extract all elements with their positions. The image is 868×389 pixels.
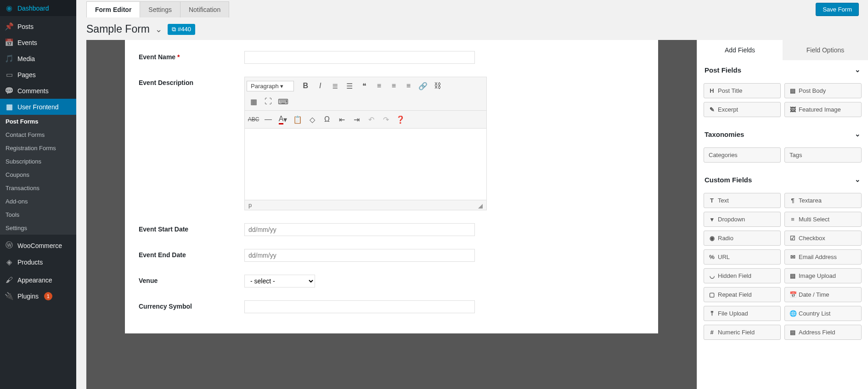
align-left-icon[interactable]: ≡: [372, 79, 386, 93]
save-form-button[interactable]: Save Form: [816, 3, 859, 16]
rte-content-area[interactable]: [245, 129, 486, 200]
align-center-icon[interactable]: ≡: [387, 79, 400, 93]
field-repeat[interactable]: ▢Repeat Field: [704, 287, 781, 302]
input-end-date[interactable]: [244, 249, 475, 262]
field-categories[interactable]: Categories: [704, 147, 781, 163]
field-file-upload[interactable]: ⤒File Upload: [704, 306, 781, 321]
field-tags[interactable]: Tags: [784, 147, 862, 163]
submenu-contact-forms[interactable]: Contact Forms: [0, 128, 76, 141]
strikethrough-icon[interactable]: ABC: [247, 113, 260, 126]
toolbar-toggle-icon[interactable]: ▦: [247, 95, 260, 108]
label-event-description: Event Description: [139, 77, 244, 86]
field-checkbox[interactable]: ☑Checkbox: [784, 231, 862, 246]
paste-text-icon[interactable]: 📋: [291, 113, 304, 126]
image-icon: 🖼: [789, 106, 796, 113]
submenu-tools[interactable]: Tools: [0, 208, 76, 221]
clear-formatting-icon[interactable]: ◇: [305, 113, 319, 126]
text-color-icon[interactable]: A▾: [276, 113, 290, 126]
section-taxonomies[interactable]: Taxonomies⌄: [697, 124, 868, 144]
field-date-time[interactable]: 📅Date / Time: [784, 287, 862, 302]
form-id-badge[interactable]: ⧉#440: [168, 24, 195, 35]
chevron-down-icon[interactable]: ⌄: [155, 24, 162, 34]
input-start-date[interactable]: [244, 223, 475, 236]
field-featured-image[interactable]: 🖼Featured Image: [784, 102, 862, 117]
help-icon[interactable]: ❓: [394, 113, 407, 126]
numbered-list-icon[interactable]: ☰: [343, 79, 356, 93]
field-excerpt[interactable]: ✎Excerpt: [704, 102, 781, 117]
resize-handle-icon[interactable]: [478, 204, 483, 209]
main-area: Form Editor Settings Notification Save F…: [76, 0, 868, 389]
redo-icon[interactable]: ↷: [379, 113, 393, 126]
dashboard-icon: ◉: [5, 4, 14, 12]
bullet-list-icon[interactable]: ≣: [328, 79, 342, 93]
field-textarea[interactable]: ¶Textarea: [784, 193, 862, 208]
input-event-name[interactable]: [244, 51, 475, 64]
label-start-date: Event Start Date: [139, 223, 244, 233]
sidebar-item-plugins[interactable]: 🔌Plugins1: [0, 288, 76, 304]
submenu-transactions[interactable]: Transactions: [0, 181, 76, 195]
form-canvas-scroll[interactable]: Event Name * Event Description Paragraph…: [86, 40, 697, 389]
sidebar-item-user-frontend[interactable]: ▦User Frontend: [0, 99, 76, 115]
field-email[interactable]: ✉Email Address: [784, 249, 862, 265]
outdent-icon[interactable]: ⇤: [335, 113, 349, 126]
field-url[interactable]: %URL: [704, 249, 781, 265]
form-header: Sample Form ⌄ ⧉#440: [76, 18, 868, 40]
sidebar-item-pages[interactable]: ▭Pages: [0, 67, 76, 83]
input-currency[interactable]: [244, 300, 475, 313]
hr-icon[interactable]: —: [261, 113, 275, 126]
field-image-upload[interactable]: ▤Image Upload: [784, 268, 862, 283]
select-venue[interactable]: - select -: [244, 275, 315, 288]
calendar-icon: 📅: [789, 291, 796, 298]
address-icon: ▤: [789, 329, 796, 336]
field-dropdown[interactable]: ▾Dropdown: [704, 212, 781, 227]
sidebar-label: Posts: [17, 23, 34, 30]
sidebar-item-media[interactable]: 🎵Media: [0, 51, 76, 67]
sidebar-item-comments[interactable]: 💬Comments: [0, 83, 76, 99]
sidebar-item-products[interactable]: ◈Products: [0, 254, 76, 270]
field-multiselect[interactable]: ≡Multi Select: [784, 212, 862, 227]
right-panel: Add Fields Field Options Post Fields⌄ HP…: [697, 40, 868, 389]
keyboard-icon[interactable]: ⌨: [276, 95, 290, 108]
tab-add-fields[interactable]: Add Fields: [697, 40, 783, 60]
field-hidden[interactable]: ◡Hidden Field: [704, 268, 781, 283]
field-numeric[interactable]: #Numeric Field: [704, 325, 781, 340]
undo-icon[interactable]: ↶: [364, 113, 378, 126]
field-radio[interactable]: ◉Radio: [704, 231, 781, 246]
field-post-body[interactable]: ▤Post Body: [784, 83, 862, 98]
tab-field-options[interactable]: Field Options: [783, 40, 868, 60]
tab-settings[interactable]: Settings: [140, 1, 180, 17]
tab-notification[interactable]: Notification: [180, 1, 229, 17]
page-icon: ▭: [5, 70, 14, 79]
tab-form-editor[interactable]: Form Editor: [86, 1, 140, 17]
sidebar-item-appearance[interactable]: 🖌Appearance: [0, 272, 76, 288]
field-text[interactable]: TText: [704, 193, 781, 208]
field-country[interactable]: 🌐Country List: [784, 306, 862, 321]
unlink-icon[interactable]: ⛓: [431, 79, 445, 93]
sidebar-item-dashboard[interactable]: ◉Dashboard: [0, 0, 76, 16]
indent-icon[interactable]: ⇥: [349, 113, 363, 126]
special-char-icon[interactable]: Ω: [320, 113, 334, 126]
top-tabs-bar: Form Editor Settings Notification Save F…: [76, 0, 868, 18]
sidebar-item-woocommerce[interactable]: ⓦWooCommerce: [0, 237, 76, 254]
italic-icon[interactable]: I: [313, 79, 327, 93]
fullscreen-icon[interactable]: ⛶: [261, 95, 275, 108]
rte-statusbar: p: [245, 200, 486, 210]
bold-icon[interactable]: B: [299, 79, 312, 93]
submenu-subscriptions[interactable]: Subscriptions: [0, 155, 76, 168]
submenu-coupons[interactable]: Coupons: [0, 168, 76, 181]
blockquote-icon[interactable]: ❝: [357, 79, 371, 93]
submenu-settings[interactable]: Settings: [0, 221, 76, 235]
sidebar-item-events[interactable]: 📅Events: [0, 34, 76, 51]
section-post-fields[interactable]: Post Fields⌄: [697, 60, 868, 79]
submenu-addons[interactable]: Add-ons: [0, 195, 76, 208]
rte-format-select[interactable]: Paragraph ▾: [247, 81, 294, 91]
field-post-title[interactable]: HPost Title: [704, 83, 781, 98]
link-icon[interactable]: 🔗: [416, 79, 430, 93]
caret-down-icon: ▾: [709, 216, 715, 223]
section-custom-fields[interactable]: Custom Fields⌄: [697, 170, 868, 189]
submenu-post-forms[interactable]: Post Forms: [0, 115, 76, 128]
align-right-icon[interactable]: ≡: [401, 79, 415, 93]
submenu-registration-forms[interactable]: Registration Forms: [0, 141, 76, 155]
field-address[interactable]: ▤Address Field: [784, 325, 862, 340]
sidebar-item-posts[interactable]: 📌Posts: [0, 18, 76, 34]
